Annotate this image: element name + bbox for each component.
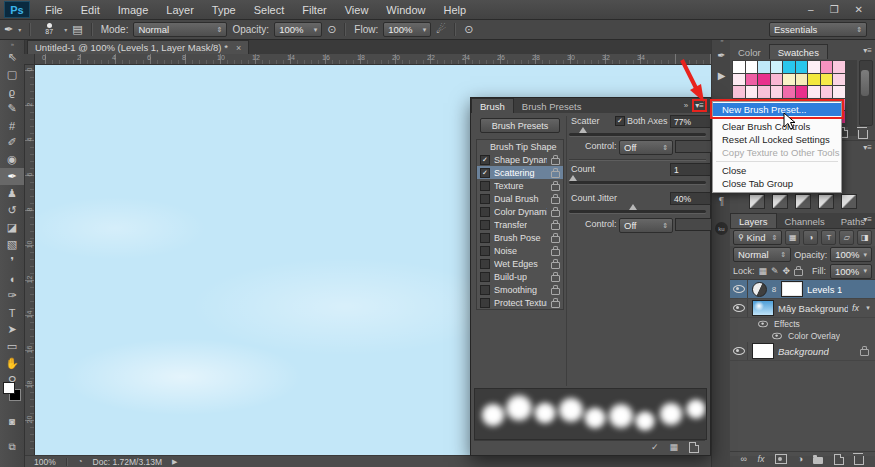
document-tab[interactable]: Untitled-1 @ 100% (Levels 1, Layer Mask/…	[27, 40, 249, 54]
layer-row-m-y-background[interactable]: Mây Backgroundfx▾	[730, 299, 875, 318]
menu-edit[interactable]: Edit	[72, 4, 109, 16]
gradient-tool[interactable]: ▧	[0, 236, 24, 253]
scattering-checkbox[interactable]	[480, 168, 490, 178]
scatter-value-field[interactable]: 77%	[670, 115, 711, 128]
tab-color[interactable]: Color	[730, 45, 769, 59]
swatch-0-3[interactable]	[771, 61, 783, 73]
opacity-select[interactable]: 100%	[274, 22, 322, 37]
swatch-1-6[interactable]	[821, 74, 833, 86]
count-slider[interactable]	[569, 181, 706, 184]
active-tool-icon[interactable]: ✒	[4, 23, 13, 36]
fill-select[interactable]: 100%	[830, 264, 872, 279]
brush-picker-caret-icon[interactable]: ▾	[64, 26, 67, 33]
brush-preset-picker[interactable]: 87	[39, 21, 59, 38]
actions-panel-icon[interactable]: ▶	[712, 70, 731, 81]
swatch-2-3[interactable]	[796, 86, 808, 98]
tab-swatches[interactable]: Swatches	[769, 44, 828, 59]
build-up-checkbox[interactable]	[480, 272, 490, 282]
pressure-opacity-icon[interactable]: ⊙	[327, 23, 336, 36]
style-thumb-2[interactable]	[772, 194, 788, 209]
airbrush-icon[interactable]: ☄	[436, 23, 446, 36]
layers-panel-menu-icon[interactable]: ▾≡	[863, 215, 872, 224]
hand-tool[interactable]: ✋	[0, 355, 24, 372]
count-slider-thumb[interactable]	[569, 175, 577, 181]
new-layer-icon[interactable]	[834, 454, 844, 465]
brush-option-smoothing[interactable]: Smoothing	[477, 283, 563, 296]
adjustment-thumbnail[interactable]	[752, 282, 767, 297]
path-selection-tool[interactable]: ➤	[0, 321, 24, 338]
effects-row[interactable]: Effects	[730, 318, 875, 330]
swatch-0-5[interactable]	[796, 61, 808, 73]
toggle-brush-panel-icon[interactable]: ▤	[72, 23, 82, 36]
lasso-tool[interactable]: ϱ	[0, 83, 24, 100]
quick-mask-icon[interactable]: ◙	[0, 416, 24, 427]
effect-item-row[interactable]: Color Overlay	[730, 330, 875, 342]
pen-tool[interactable]: ✑	[0, 287, 24, 304]
link-layers-icon[interactable]: ∞	[741, 454, 747, 464]
layer-row-levels-1[interactable]: 8Levels 1	[730, 280, 875, 299]
quick-selection-tool[interactable]: ✎	[0, 100, 24, 117]
swatch-1-4[interactable]	[796, 74, 808, 86]
color-dynamics-checkbox[interactable]	[480, 207, 490, 217]
collapse-effects-icon[interactable]: ▾	[863, 304, 873, 312]
brush-option-scattering[interactable]: Scattering	[477, 166, 563, 179]
swatch-2-4[interactable]	[808, 86, 820, 98]
brush-option-texture[interactable]: Texture	[477, 179, 563, 192]
tab-layers[interactable]: Layers	[730, 213, 777, 228]
menu-select[interactable]: Select	[245, 4, 294, 16]
lock-position-icon[interactable]: ✥	[783, 266, 791, 276]
shape-tool[interactable]: ▭	[0, 338, 24, 355]
minimize-button[interactable]: –	[808, 4, 814, 15]
swatch-1-7[interactable]	[833, 74, 845, 86]
eye-icon[interactable]	[772, 333, 782, 339]
layer-mask-thumbnail[interactable]	[781, 281, 803, 297]
style-thumb-3[interactable]	[795, 194, 811, 209]
brush-option-transfer[interactable]: Transfer	[477, 218, 563, 231]
swatch-1-3[interactable]	[783, 74, 795, 86]
count-jitter-value-field[interactable]: 40%	[670, 192, 711, 205]
eye-icon[interactable]	[758, 321, 768, 327]
brush-tool[interactable]: ✒	[0, 168, 24, 185]
delete-layer-icon[interactable]	[854, 456, 864, 465]
count-jitter-control-select[interactable]: Off	[619, 218, 673, 233]
brush-option-protect-texture[interactable]: Protect Texture	[477, 296, 563, 309]
brush-presets-button[interactable]: Brush Presets	[480, 118, 560, 133]
context-menu-item-new-brush-preset[interactable]: New Brush Preset...	[713, 103, 841, 116]
swatch-2-6[interactable]	[833, 86, 845, 98]
dodge-tool[interactable]: ◖	[0, 270, 24, 287]
swatch-0-1[interactable]	[746, 61, 758, 73]
menu-type[interactable]: Type	[203, 4, 245, 16]
swatches-scrollbar[interactable]	[859, 60, 873, 126]
swatch-0-2[interactable]	[758, 61, 770, 73]
new-adjustment-layer-icon[interactable]: ◑	[798, 454, 803, 464]
visibility-toggle[interactable]	[730, 280, 748, 298]
swatch-0-0[interactable]	[733, 61, 745, 73]
blend-mode-select[interactable]: Normal	[733, 247, 791, 262]
clone-stamp-tool[interactable]: ♟	[0, 185, 24, 202]
marquee-tool[interactable]: ▢	[0, 66, 24, 83]
paragraph-panel-icon[interactable]: ¶	[712, 196, 731, 207]
layer-fx-badge[interactable]: fx	[852, 303, 859, 313]
count-jitter-slider[interactable]	[569, 210, 706, 213]
menu-image[interactable]: Image	[109, 4, 158, 16]
healing-brush-tool[interactable]: ◉	[0, 151, 24, 168]
style-thumb-1[interactable]	[749, 194, 765, 209]
smart-object-filter-icon[interactable]: ◨	[857, 230, 872, 245]
scatter-slider[interactable]	[569, 133, 706, 136]
swatch-1-8[interactable]	[733, 86, 745, 98]
adjustment-layer-filter-icon[interactable]: ◑	[803, 230, 818, 245]
blur-tool[interactable]: ❜	[0, 253, 24, 270]
context-menu-item-clear-brush-controls[interactable]: Clear Brush Controls	[713, 120, 841, 133]
tab-close-icon[interactable]: ×	[236, 43, 241, 53]
dual-brush-checkbox[interactable]	[480, 194, 490, 204]
count-jitter-slider-thumb[interactable]	[629, 204, 637, 210]
collapse-tools-icon[interactable]: »	[0, 40, 24, 49]
brush-option-brush-pose[interactable]: Brush Pose	[477, 231, 563, 244]
panel-menu-icon[interactable]: ▾≡	[692, 99, 707, 112]
shape-dynamics-checkbox[interactable]	[480, 155, 490, 165]
swatch-1-9[interactable]	[746, 86, 758, 98]
both-axes-checkbox[interactable]	[615, 116, 625, 126]
brush-pose-checkbox[interactable]	[480, 233, 490, 243]
tool-preset-caret-icon[interactable]: ▾	[18, 26, 21, 33]
brush-option-shape-dynamics[interactable]: Shape Dynamics	[477, 153, 563, 166]
